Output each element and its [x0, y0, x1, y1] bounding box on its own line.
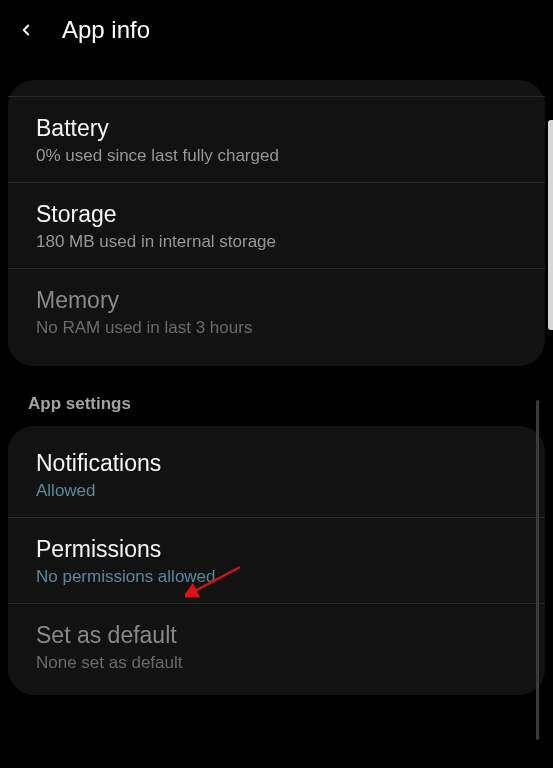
- scroll-indicator-inner[interactable]: [536, 400, 539, 740]
- scroll-indicator-edge: [548, 120, 553, 330]
- notifications-title: Notifications: [36, 450, 517, 477]
- memory-row[interactable]: Memory No RAM used in last 3 hours: [8, 269, 545, 360]
- permissions-row[interactable]: Permissions No permissions allowed: [8, 518, 545, 604]
- notifications-sub: Allowed: [36, 481, 517, 501]
- set-default-sub: None set as default: [36, 653, 517, 673]
- permissions-sub: No permissions allowed: [36, 567, 517, 587]
- memory-sub: No RAM used in last 3 hours: [36, 318, 517, 338]
- permissions-title: Permissions: [36, 536, 517, 563]
- set-default-title: Set as default: [36, 622, 517, 649]
- app-header: App info: [0, 0, 553, 64]
- set-default-row[interactable]: Set as default None set as default: [8, 604, 545, 689]
- usage-card: Battery 0% used since last fully charged…: [8, 80, 545, 366]
- app-settings-card: Notifications Allowed Permissions No per…: [8, 426, 545, 695]
- battery-row[interactable]: Battery 0% used since last fully charged: [8, 96, 545, 183]
- memory-title: Memory: [36, 287, 517, 314]
- storage-sub: 180 MB used in internal storage: [36, 232, 517, 252]
- battery-title: Battery: [36, 115, 517, 142]
- battery-sub: 0% used since last fully charged: [36, 146, 517, 166]
- storage-title: Storage: [36, 201, 517, 228]
- back-icon[interactable]: [14, 18, 38, 42]
- notifications-row[interactable]: Notifications Allowed: [8, 432, 545, 518]
- section-app-settings: App settings: [0, 374, 553, 426]
- page-title: App info: [62, 16, 150, 44]
- storage-row[interactable]: Storage 180 MB used in internal storage: [8, 183, 545, 269]
